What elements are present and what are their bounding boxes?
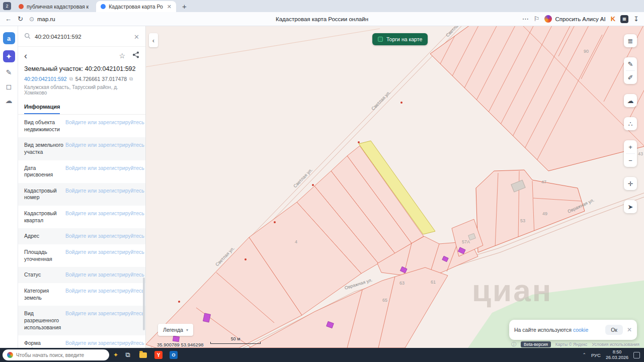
clock-time: 8:50 (606, 349, 628, 355)
zoom-in-button[interactable]: + (624, 140, 637, 153)
info-icon[interactable]: ⓘ (511, 341, 516, 348)
taskbar-clock[interactable]: 8:50 26.03.2026 (606, 349, 628, 360)
search-input[interactable] (35, 34, 130, 40)
ruler-button[interactable]: ✎ (624, 57, 637, 70)
torgi-checkbox-icon (378, 37, 383, 42)
browser-tab-1[interactable]: публичная кадастровая к (14, 1, 93, 12)
login-link[interactable]: Войдите или зарегистрируйтесь (65, 310, 144, 331)
more-icon[interactable]: ⋯ (522, 15, 529, 23)
row-label: Категория земель (24, 288, 63, 301)
antivirus-icon[interactable]: K (611, 15, 615, 23)
pan-button[interactable]: ✛ (624, 177, 637, 190)
svg-text:63: 63 (399, 281, 405, 286)
share-icon[interactable] (132, 51, 139, 60)
legend-button[interactable]: Легенда ▾ (158, 324, 193, 336)
file-explorer-icon[interactable] (139, 352, 147, 358)
info-rows: Вид объекта недвижимостиВойдите или заре… (18, 115, 145, 348)
panel-back-icon[interactable]: ‹ (24, 53, 27, 59)
copy-icon[interactable]: ⧉ (129, 76, 133, 82)
info-row: Категория земельВойдите или зарегистриру… (18, 283, 145, 306)
svg-text:57А: 57А (462, 239, 470, 244)
tray-expand-icon[interactable]: ⌃ (582, 352, 586, 357)
login-link[interactable]: Войдите или зарегистрируйтесь (65, 249, 144, 262)
cookie-link[interactable]: cookie (573, 327, 588, 333)
login-link[interactable]: Войдите или зарегистрируйтесь (65, 188, 144, 201)
cadastral-number-link[interactable]: 40:20:042101:592 (24, 76, 67, 82)
login-link[interactable]: Войдите или зарегистрируйтесь (65, 119, 144, 133)
info-row: Дата присвоенияВойдите или зарегистрируй… (18, 160, 145, 183)
address-bar[interactable]: ⊙ map.ru (29, 16, 55, 23)
language-indicator[interactable]: РУС (591, 352, 601, 358)
tab1-label: публичная кадастровая к (27, 4, 89, 10)
clear-search-icon[interactable]: ✕ (134, 33, 139, 41)
info-row: Форма собственностиВойдите или зарегистр… (18, 335, 145, 348)
locate-button[interactable]: ➤ (624, 200, 637, 213)
copy-icon[interactable]: ⧉ (69, 76, 73, 82)
login-link[interactable]: Войдите или зарегистрируйтесь (65, 233, 144, 240)
site-info-icon[interactable]: ⊙ (29, 16, 34, 23)
cadastral-map[interactable]: Светлая ул. Светлая ул. Светлая ул. Свет… (146, 26, 644, 348)
browser-toolbar: ← ↻ ⊙ map.ru Кадастровая карта России он… (0, 12, 644, 26)
notification-center-icon[interactable] (633, 352, 640, 358)
tab-information[interactable]: Информация (24, 104, 60, 114)
panel-scrollbar[interactable] (143, 278, 145, 330)
task-view-icon[interactable]: ⧉ (122, 351, 133, 359)
rail-bookmarks-icon[interactable]: ✦ (3, 50, 15, 62)
collapse-panel-button[interactable]: ‹ (149, 33, 158, 47)
taskbar-search[interactable] (3, 349, 109, 360)
rail-logo-icon[interactable]: a (3, 32, 15, 44)
tab-close-icon[interactable]: ✕ (167, 4, 172, 10)
rail-cloud-icon[interactable]: ☁ (6, 97, 13, 105)
login-link[interactable]: Войдите или зарегистрируйтесь (65, 210, 144, 224)
browser-tab-2[interactable]: Кадастровая карта Ро ✕ (96, 1, 176, 12)
login-link[interactable]: Войдите или зарегистрируйтесь (65, 340, 144, 348)
info-row: СтатусВойдите или зарегистрируйтесь (18, 267, 145, 283)
map-canvas[interactable]: Светлая ул. Светлая ул. Светлая ул. Свет… (146, 26, 644, 348)
alice-button[interactable]: Спросить Алису AI (544, 15, 605, 23)
info-row: Вид разрешенного использованияВойдите ил… (18, 306, 145, 335)
zoom-out-button[interactable]: − (624, 154, 637, 167)
row-label: Вид земельного участка (24, 142, 63, 155)
cookie-ok-button[interactable]: Ок (605, 325, 623, 335)
info-row: Кадастровый номерВойдите или зарегистрир… (18, 183, 145, 206)
cloud-download-button[interactable]: ☁ (624, 94, 637, 107)
login-link[interactable]: Войдите или зарегистрируйтесь (65, 272, 144, 279)
map-share-button[interactable]: ∴ (624, 117, 637, 130)
row-label: Вид объекта недвижимости (24, 119, 63, 133)
left-rail: a ✦ ✎ ◻ ☁ (0, 26, 18, 348)
svg-text:49: 49 (542, 211, 547, 216)
yandex-browser-icon[interactable]: Y (154, 351, 163, 359)
scale-bar: 50 м (210, 336, 261, 344)
bookmark-icon[interactable]: ⚐ (534, 15, 540, 23)
login-link[interactable]: Войдите или зарегистрируйтесь (65, 142, 144, 155)
terms-link[interactable]: Условия использования (592, 342, 639, 347)
extensions-icon[interactable]: ▦ (620, 15, 628, 23)
info-row: Вид земельного участкаВойдите или зареги… (18, 137, 145, 160)
favorite-icon[interactable]: ☆ (119, 52, 125, 60)
ids-row: 40:20:042101:592 ⧉ 54.726661 37.017478 ⧉ (18, 73, 145, 83)
new-tab-button[interactable]: + (179, 2, 190, 11)
rail-select-icon[interactable]: ◻ (6, 82, 12, 90)
layers-button[interactable]: ≣ (624, 34, 637, 47)
tab-count-badge[interactable]: 2 (3, 2, 11, 10)
system-tray: ⌃ РУС 8:50 26.03.2026 (582, 349, 641, 360)
search-highlights-icon[interactable]: ✦ (113, 351, 118, 358)
login-link[interactable]: Войдите или зарегистрируйтесь (65, 288, 144, 301)
downloads-icon[interactable]: ↧ (633, 15, 639, 23)
back-icon[interactable]: ← (5, 15, 12, 23)
search-icon (24, 32, 31, 41)
taskbar-search-input[interactable] (16, 352, 105, 358)
svg-text:65: 65 (382, 298, 387, 303)
info-row: АдресВойдите или зарегистрируйтесь (18, 228, 145, 244)
rail-draw-icon[interactable]: ✎ (6, 68, 12, 76)
info-row: Кадастровый кварталВойдите или зарегистр… (18, 206, 145, 228)
cookie-close-icon[interactable]: ✕ (627, 326, 632, 333)
outlook-icon[interactable]: O (170, 351, 178, 359)
edit-button[interactable]: ✐ (624, 71, 637, 84)
torgi-button[interactable]: Торги на карте (372, 33, 428, 45)
clock-date: 26.03.2026 (606, 355, 628, 360)
login-link[interactable]: Войдите или зарегистрируйтесь (65, 165, 144, 178)
info-row: Площадь уточненнаяВойдите или зарегистри… (18, 244, 145, 267)
reload-icon[interactable]: ↻ (18, 15, 23, 23)
map-footer: ⓘ Beta-версия Карты © Яндекс Условия исп… (511, 341, 639, 348)
